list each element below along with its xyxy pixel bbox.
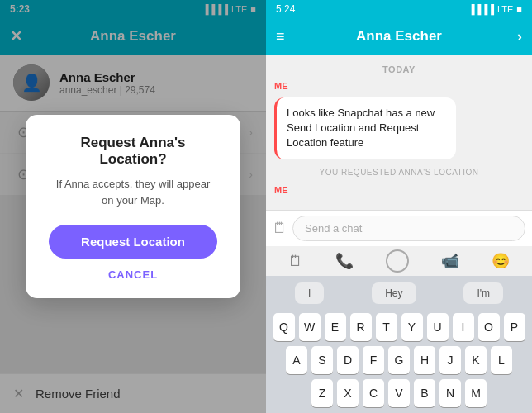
key-t[interactable]: T [376, 313, 397, 341]
key-z[interactable]: Z [311, 379, 333, 407]
phone-icon[interactable]: 📞 [335, 252, 354, 270]
quick-action-i[interactable]: I [295, 282, 324, 304]
key-b[interactable]: B [414, 379, 435, 407]
key-v[interactable]: V [388, 379, 410, 407]
chat-input-row: 🗒 Send a chat [266, 210, 532, 246]
key-p[interactable]: P [504, 313, 525, 341]
key-f[interactable]: F [363, 346, 384, 374]
quick-action-hey[interactable]: Hey [372, 282, 416, 304]
key-k[interactable]: K [465, 346, 487, 374]
chat-input[interactable]: Send a chat [292, 216, 525, 241]
right-battery: ■ [516, 4, 522, 14]
hamburger-icon[interactable]: ≡ [276, 28, 285, 45]
modal-box: Request Anna's Location? If Anna accepts… [26, 115, 240, 298]
cancel-button[interactable]: CANCEL [108, 268, 158, 281]
quick-actions-row: I Hey I'm [266, 276, 532, 311]
action-icons-row: 🗒 📞 📹 😊 [266, 246, 532, 276]
chat-area: TODAY ME Looks like Snapchat has a new S… [266, 55, 532, 210]
key-n[interactable]: N [439, 379, 461, 407]
key-r[interactable]: R [350, 313, 372, 341]
video-icon[interactable]: 📹 [441, 252, 459, 270]
right-panel: 5:24 ▐▐▐▐ LTE ■ ≡ Anna Escher › TODAY ME… [266, 0, 532, 413]
keyboard-row-2: ASDFGHJKL [266, 344, 532, 377]
key-l[interactable]: L [491, 346, 512, 374]
key-m[interactable]: M [465, 379, 487, 407]
chat-placeholder: Send a chat [305, 222, 362, 235]
modal-overlay: Request Anna's Location? If Anna accepts… [0, 0, 266, 413]
right-status-icons: ▐▐▐▐ LTE ■ [468, 4, 522, 14]
map-sender-label: ME [274, 185, 524, 195]
key-u[interactable]: U [427, 313, 449, 341]
right-header-title: Anna Escher [356, 28, 442, 45]
key-i[interactable]: I [453, 313, 474, 341]
key-o[interactable]: O [478, 313, 500, 341]
you-requested-label: YOU REQUESTED ANNA'S LOCATION [274, 168, 524, 177]
chat-sender-me: ME [274, 81, 524, 91]
right-status-bar: 5:24 ▐▐▐▐ LTE ■ [266, 0, 532, 18]
chat-bubble: Looks like Snapchat has a new Send Locat… [274, 97, 456, 159]
keyboard-row-3: ZXCVBNM [266, 377, 532, 410]
sticker-icon[interactable]: 🗒 [273, 220, 287, 237]
key-e[interactable]: E [325, 313, 346, 341]
keyboard: QWERTYUIOP ASDFGHJKL ZXCVBNM [266, 311, 532, 413]
key-h[interactable]: H [414, 346, 435, 374]
modal-body: If Anna accepts, they will appear on you… [49, 176, 217, 208]
key-x[interactable]: X [337, 379, 359, 407]
quick-action-im[interactable]: I'm [463, 282, 503, 304]
key-a[interactable]: A [286, 346, 307, 374]
modal-title: Request Anna's Location? [49, 135, 217, 168]
key-g[interactable]: G [388, 346, 410, 374]
right-signal: ▐▐▐▐ [468, 4, 494, 14]
right-time: 5:24 [276, 3, 295, 15]
camera-shutter-icon[interactable] [386, 249, 409, 273]
right-header: ≡ Anna Escher › [266, 18, 532, 55]
key-d[interactable]: D [337, 346, 359, 374]
request-location-button[interactable]: Request Location [49, 225, 217, 259]
keyboard-row-1: QWERTYUIOP [266, 311, 532, 344]
key-y[interactable]: Y [401, 313, 423, 341]
right-network: LTE [497, 4, 513, 14]
key-j[interactable]: J [439, 346, 461, 374]
chevron-right-icon[interactable]: › [517, 28, 522, 45]
date-label: TODAY [274, 64, 524, 74]
key-s[interactable]: S [311, 346, 333, 374]
key-c[interactable]: C [363, 379, 384, 407]
emoji-icon[interactable]: 😊 [492, 252, 510, 270]
sticker-action-icon[interactable]: 🗒 [288, 253, 303, 270]
left-panel: 5:23 ▐▐▐▐ LTE ■ ✕ Anna Escher 👤 Anna Esc… [0, 0, 266, 413]
key-w[interactable]: W [299, 313, 321, 341]
key-q[interactable]: Q [273, 313, 295, 341]
